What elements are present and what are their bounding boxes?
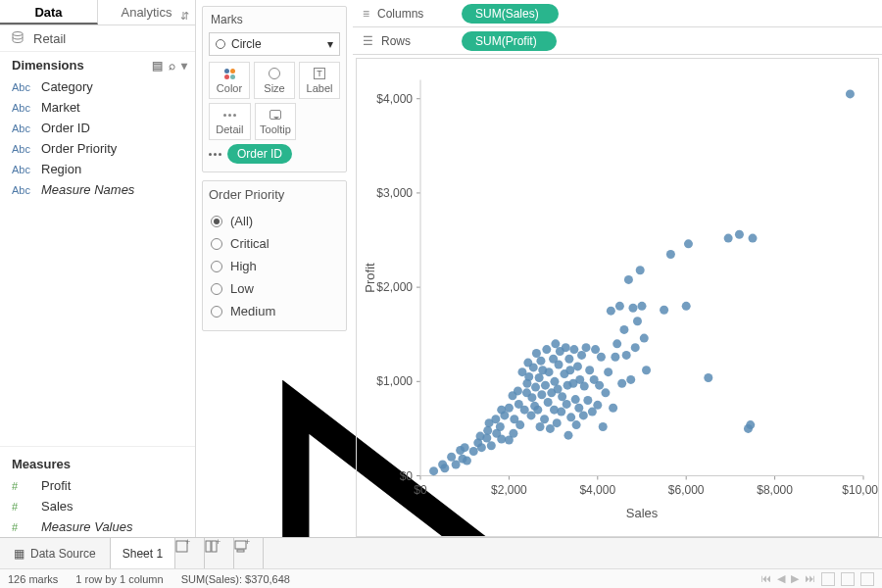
data-point[interactable] bbox=[607, 307, 615, 316]
data-point[interactable] bbox=[572, 420, 581, 429]
data-point[interactable] bbox=[541, 381, 550, 390]
nav-prev-icon[interactable]: ◀ bbox=[777, 572, 785, 586]
data-point[interactable] bbox=[532, 349, 541, 358]
data-point[interactable] bbox=[583, 396, 592, 405]
data-point[interactable] bbox=[429, 466, 438, 475]
data-point[interactable] bbox=[619, 325, 628, 334]
data-point[interactable] bbox=[582, 343, 591, 352]
data-point[interactable] bbox=[527, 393, 536, 402]
dimension-field[interactable]: AbcRegion bbox=[0, 159, 195, 179]
data-point[interactable] bbox=[626, 375, 635, 384]
data-point[interactable] bbox=[491, 415, 500, 423]
data-point[interactable] bbox=[638, 302, 647, 311]
data-point[interactable] bbox=[604, 368, 612, 376]
dimension-field[interactable]: AbcCategory bbox=[0, 76, 195, 97]
data-point[interactable] bbox=[553, 418, 562, 427]
data-point[interactable] bbox=[735, 230, 744, 239]
mark-type-dropdown[interactable]: Circle ▾ bbox=[209, 32, 340, 56]
data-point[interactable] bbox=[537, 390, 546, 399]
filter-option[interactable]: High bbox=[209, 255, 340, 277]
data-point[interactable] bbox=[545, 368, 554, 376]
rows-shelf[interactable]: SUM(Profit) bbox=[456, 28, 882, 54]
data-point[interactable] bbox=[540, 415, 549, 423]
data-point[interactable] bbox=[593, 401, 602, 410]
data-point[interactable] bbox=[704, 373, 712, 382]
data-point[interactable] bbox=[577, 351, 586, 360]
measure-field[interactable]: #Profit bbox=[0, 475, 195, 496]
tab-expand-icon[interactable]: ⇵ bbox=[180, 4, 189, 28]
data-point[interactable] bbox=[509, 429, 517, 438]
data-point[interactable] bbox=[487, 441, 496, 450]
dimension-field[interactable]: AbcOrder Priority bbox=[0, 138, 195, 159]
data-point[interactable] bbox=[496, 422, 505, 431]
data-point[interactable] bbox=[550, 377, 559, 386]
data-point[interactable] bbox=[482, 434, 491, 443]
data-point[interactable] bbox=[684, 239, 693, 248]
filter-option[interactable]: Low bbox=[209, 277, 340, 300]
data-point[interactable] bbox=[609, 404, 617, 413]
nav-first-icon[interactable]: ⏮ bbox=[760, 572, 771, 586]
dimension-field[interactable]: AbcMarket bbox=[0, 97, 195, 118]
data-point[interactable] bbox=[597, 353, 606, 362]
data-point[interactable] bbox=[611, 353, 619, 362]
data-point[interactable] bbox=[566, 413, 575, 421]
data-point[interactable] bbox=[749, 234, 758, 243]
data-point[interactable] bbox=[574, 404, 583, 413]
marks-label-button[interactable]: TLabel bbox=[299, 62, 340, 99]
data-point[interactable] bbox=[524, 372, 533, 381]
datasource-row[interactable]: Retail bbox=[0, 25, 195, 52]
data-point[interactable] bbox=[477, 443, 486, 452]
view-mode-3[interactable] bbox=[860, 572, 874, 586]
data-point[interactable] bbox=[515, 420, 524, 429]
data-point[interactable] bbox=[746, 420, 755, 429]
data-point[interactable] bbox=[463, 457, 471, 466]
data-point[interactable] bbox=[573, 362, 582, 370]
menu-icon[interactable]: ▾ bbox=[181, 59, 187, 73]
data-point[interactable] bbox=[724, 234, 733, 243]
data-point[interactable] bbox=[636, 266, 645, 274]
rows-pill[interactable]: SUM(Profit) bbox=[462, 31, 557, 51]
sheet-tab[interactable]: Sheet 1 bbox=[111, 538, 175, 568]
data-point[interactable] bbox=[461, 443, 469, 452]
data-point[interactable] bbox=[555, 360, 564, 368]
data-point[interactable] bbox=[585, 366, 594, 374]
view-mode-1[interactable] bbox=[821, 572, 835, 586]
data-point[interactable] bbox=[640, 334, 649, 343]
filter-option[interactable]: Critical bbox=[209, 232, 340, 255]
data-point[interactable] bbox=[622, 351, 631, 360]
data-point[interactable] bbox=[642, 366, 651, 374]
nav-next-icon[interactable]: ▶ bbox=[791, 572, 799, 586]
data-point[interactable] bbox=[628, 304, 637, 313]
data-point[interactable] bbox=[536, 422, 545, 431]
columns-pill[interactable]: SUM(Sales) bbox=[462, 4, 559, 24]
data-point[interactable] bbox=[558, 392, 566, 401]
data-point[interactable] bbox=[601, 388, 610, 397]
marks-size-button[interactable]: Size bbox=[254, 62, 295, 99]
data-point[interactable] bbox=[571, 395, 580, 404]
data-point[interactable] bbox=[497, 434, 506, 443]
data-point[interactable] bbox=[580, 382, 589, 391]
data-point[interactable] bbox=[846, 89, 855, 98]
data-point[interactable] bbox=[447, 453, 456, 462]
dimension-field[interactable]: AbcMeasure Names bbox=[0, 179, 195, 200]
columns-shelf[interactable]: SUM(Sales) bbox=[456, 1, 882, 26]
data-point[interactable] bbox=[595, 381, 604, 390]
data-point[interactable] bbox=[563, 400, 571, 409]
data-point[interactable] bbox=[562, 343, 570, 352]
search-icon[interactable]: ⌕ bbox=[169, 59, 175, 73]
data-point[interactable] bbox=[666, 250, 675, 259]
detail-pill[interactable]: Order ID bbox=[227, 144, 292, 164]
data-point[interactable] bbox=[682, 302, 691, 311]
data-point[interactable] bbox=[615, 302, 624, 311]
marks-color-button[interactable]: Color bbox=[209, 62, 250, 99]
tab-analytics[interactable]: Analytics ⇵ bbox=[98, 0, 195, 24]
data-point[interactable] bbox=[599, 422, 608, 431]
data-point[interactable] bbox=[631, 343, 640, 352]
data-point[interactable] bbox=[536, 357, 545, 366]
measure-field[interactable]: #Sales bbox=[0, 496, 195, 516]
data-point[interactable] bbox=[469, 447, 478, 456]
data-point[interactable] bbox=[579, 411, 588, 419]
nav-last-icon[interactable]: ⏭ bbox=[805, 572, 815, 586]
data-point[interactable] bbox=[531, 383, 540, 392]
filter-option[interactable]: (All) bbox=[209, 210, 340, 232]
